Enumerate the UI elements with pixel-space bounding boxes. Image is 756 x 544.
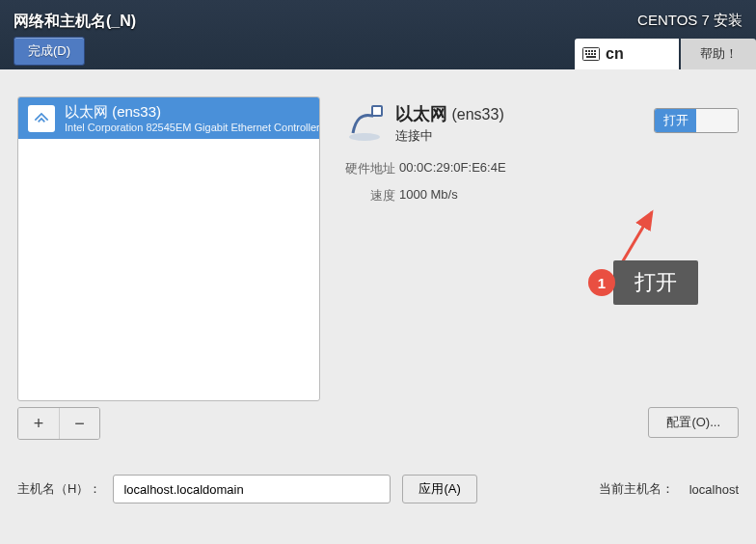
svg-point-10	[349, 133, 380, 141]
installer-title: CENTOS 7 安装	[637, 12, 742, 30]
content-area: 以太网 (ens33) Intel Corporation 82545EM Gi…	[0, 69, 756, 544]
hostname-label: 主机名（H）：	[17, 480, 101, 498]
svg-rect-5	[585, 53, 587, 55]
configure-button[interactable]: 配置(O)...	[648, 407, 739, 438]
done-button[interactable]: 完成(D)	[14, 37, 85, 66]
svg-rect-4	[594, 50, 596, 52]
current-hostname-value: localhost	[689, 482, 739, 497]
svg-rect-8	[594, 53, 596, 55]
add-interface-button[interactable]: +	[18, 408, 59, 439]
add-remove-toolbar: + −	[17, 407, 100, 440]
hw-address-label: 硬件地址	[343, 160, 395, 177]
page-title: 网络和主机名(_N)	[14, 12, 136, 32]
detail-interface: (ens33)	[451, 106, 503, 122]
detail-title: 以太网	[395, 104, 447, 123]
annotation-callout: 1 打开	[588, 260, 698, 305]
svg-rect-1	[585, 50, 587, 52]
svg-line-12	[621, 212, 652, 264]
ethernet-large-icon	[343, 102, 386, 145]
speed-value: 1000 Mb/s	[399, 187, 506, 204]
top-bar: 网络和主机名(_N) 完成(D) CENTOS 7 安装 cn 帮助！	[0, 0, 756, 69]
svg-rect-3	[591, 50, 593, 52]
svg-rect-11	[372, 106, 382, 116]
network-list-item[interactable]: 以太网 (ens33) Intel Corporation 82545EM Gi…	[18, 97, 319, 139]
apply-hostname-button[interactable]: 应用(A)	[402, 475, 476, 503]
svg-rect-6	[588, 53, 590, 55]
keyboard-icon	[582, 47, 600, 61]
keyboard-layout-indicator[interactable]: cn	[575, 39, 679, 69]
remove-interface-button[interactable]: −	[59, 408, 99, 439]
network-interface-list[interactable]: 以太网 (ens33) Intel Corporation 82545EM Gi…	[17, 96, 320, 401]
keyboard-layout-label: cn	[606, 45, 624, 63]
interface-description: Intel Corporation 82545EM Gigabit Ethern…	[65, 122, 320, 133]
toggle-on-label: 打开	[655, 109, 696, 132]
connection-status: 连接中	[395, 127, 504, 145]
speed-label: 速度	[343, 187, 395, 204]
hostname-input[interactable]	[113, 475, 391, 503]
svg-rect-9	[586, 56, 596, 58]
callout-number: 1	[588, 269, 615, 296]
annotation-arrow	[613, 204, 662, 272]
toggle-handle	[696, 109, 738, 132]
callout-text: 打开	[613, 260, 698, 305]
interface-info: 硬件地址 00:0C:29:0F:E6:4E 速度 1000 Mb/s	[343, 160, 506, 204]
hostname-row: 主机名（H）： 应用(A) 当前主机名： localhost	[17, 475, 739, 503]
help-button[interactable]: 帮助！	[681, 39, 756, 69]
connection-toggle[interactable]: 打开	[654, 108, 739, 133]
ethernet-icon	[28, 105, 55, 132]
hw-address-value: 00:0C:29:0F:E6:4E	[399, 160, 506, 177]
current-hostname-label: 当前主机名：	[599, 480, 674, 498]
svg-rect-7	[591, 53, 593, 55]
interface-name: 以太网 (ens33)	[65, 103, 320, 122]
svg-rect-2	[588, 50, 590, 52]
